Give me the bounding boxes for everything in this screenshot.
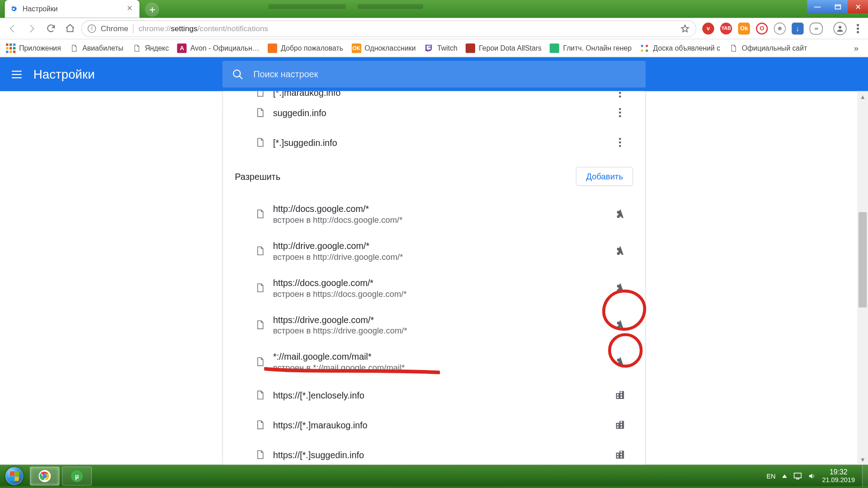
site-url: [*.]maraukog.info bbox=[273, 91, 607, 98]
scroll-up-icon[interactable]: ▲ bbox=[857, 91, 868, 102]
extension-puzzle-icon[interactable] bbox=[607, 245, 633, 257]
show-desktop-button[interactable] bbox=[862, 465, 868, 486]
file-icon bbox=[247, 209, 273, 220]
svg-point-18 bbox=[619, 145, 621, 147]
ext-link-icon[interactable]: ∞ bbox=[810, 22, 823, 34]
window-controls: — bbox=[807, 0, 868, 13]
system-tray: EN 19:32 21.09.2019 bbox=[762, 468, 862, 483]
omnibox[interactable]: i Chrome chrome://settings/content/notif… bbox=[81, 20, 696, 37]
allowed-site-row: https://[*.]suggedin.info bbox=[223, 440, 645, 465]
bookmark-item[interactable]: Добро пожаловать bbox=[268, 43, 343, 53]
site-embed-note: встроен в *://mail.google.com/mail* bbox=[273, 362, 607, 372]
nav-forward-button[interactable] bbox=[24, 20, 39, 36]
bookmark-label: Глитч. Онлайн генер bbox=[563, 44, 632, 52]
profile-avatar-button[interactable] bbox=[834, 22, 847, 35]
bookmark-item[interactable]: Герои Dota AllStars bbox=[466, 43, 542, 53]
bookmark-label: Одноклассники bbox=[365, 44, 416, 52]
ext-yab-icon[interactable]: YAB bbox=[720, 22, 732, 34]
search-icon bbox=[232, 68, 244, 80]
nav-home-button[interactable] bbox=[62, 20, 77, 36]
apps-grid-icon bbox=[6, 43, 15, 53]
organization-building-icon[interactable] bbox=[607, 419, 633, 431]
ext-vk-icon[interactable]: v bbox=[702, 22, 714, 34]
svg-point-13 bbox=[619, 108, 621, 110]
bookmark-item[interactable]: AAvon - Официальн… bbox=[177, 43, 259, 53]
taskbar-utorrent-button[interactable]: µ bbox=[62, 466, 92, 485]
bookmark-label: Яндекс bbox=[145, 44, 169, 52]
bookmark-item[interactable]: Яндекс bbox=[132, 43, 169, 53]
allowed-site-row: https://[*.]maraukog.info bbox=[223, 410, 645, 440]
apps-shortcut[interactable]: Приложения bbox=[6, 43, 61, 53]
extension-puzzle-icon[interactable] bbox=[607, 356, 633, 367]
svg-point-6 bbox=[646, 44, 648, 47]
bookmark-item[interactable]: Twitch bbox=[424, 43, 458, 53]
allowed-site-row: https://[*.]enclosely.info bbox=[223, 380, 645, 410]
site-embed-note: встроен в http://docs.google.com/* bbox=[273, 215, 607, 224]
chrome-menu-button[interactable] bbox=[853, 23, 863, 34]
organization-building-icon[interactable] bbox=[607, 449, 633, 460]
row-menu-button[interactable] bbox=[607, 91, 633, 98]
start-button[interactable] bbox=[0, 465, 28, 486]
bookmark-label: Авиабилеты bbox=[82, 44, 123, 52]
extension-puzzle-icon[interactable] bbox=[607, 319, 633, 331]
ext-ok-icon[interactable]: Ok bbox=[738, 22, 750, 34]
ext-opera-icon[interactable]: O bbox=[756, 22, 768, 34]
svg-point-14 bbox=[619, 112, 621, 114]
bookmark-label: Twitch bbox=[437, 44, 458, 52]
allowed-site-row: https://docs.google.com/*встроен в https… bbox=[223, 269, 645, 306]
page-scrollbar-thumb[interactable] bbox=[859, 212, 867, 307]
settings-search[interactable]: Поиск настроек bbox=[222, 61, 646, 88]
settings-page: Настройки Поиск настроек [*.]maraukog.in… bbox=[0, 57, 868, 465]
site-url: http://drive.google.com/* bbox=[273, 240, 607, 250]
svg-point-7 bbox=[641, 49, 643, 52]
ext-assistant-icon[interactable]: ☻ bbox=[774, 22, 786, 34]
window-close-button[interactable] bbox=[848, 0, 868, 13]
allowed-site-row: http://drive.google.com/*встроен в http:… bbox=[223, 232, 645, 269]
browser-titlebar: Настройки — bbox=[0, 0, 868, 18]
tray-show-hidden-icon[interactable] bbox=[782, 473, 788, 479]
file-icon bbox=[247, 357, 273, 367]
row-menu-button[interactable] bbox=[607, 108, 633, 117]
ext-download-icon[interactable]: ↓ bbox=[792, 22, 803, 34]
scroll-down-icon[interactable]: ▼ bbox=[857, 454, 868, 465]
bookmark-label: Доска объявлений с bbox=[653, 44, 721, 52]
window-minimize-button[interactable]: — bbox=[807, 0, 828, 13]
file-icon bbox=[247, 319, 273, 330]
settings-header: Настройки Поиск настроек bbox=[0, 57, 868, 91]
bookmark-item[interactable]: Доска объявлений с bbox=[640, 43, 721, 53]
site-url: https://drive.google.com/* bbox=[273, 314, 607, 324]
extension-icons: v YAB Ok O ☻ ↓ ∞ bbox=[700, 22, 825, 34]
organization-building-icon[interactable] bbox=[607, 389, 633, 401]
bookmark-item[interactable]: Глитч. Онлайн генер bbox=[550, 43, 632, 53]
hamburger-menu-button[interactable] bbox=[0, 68, 33, 81]
svg-point-8 bbox=[646, 49, 648, 52]
bookmark-star-icon[interactable] bbox=[680, 23, 690, 33]
tray-volume-icon[interactable] bbox=[808, 472, 816, 480]
new-tab-button[interactable] bbox=[145, 2, 159, 17]
taskbar-chrome-button[interactable] bbox=[30, 466, 60, 485]
tray-language[interactable]: EN bbox=[766, 472, 775, 479]
bookmark-item[interactable]: OKОдноклассники bbox=[351, 43, 415, 53]
extension-puzzle-icon[interactable] bbox=[607, 282, 633, 294]
svg-point-4 bbox=[857, 31, 859, 33]
close-tab-icon[interactable] bbox=[127, 5, 135, 13]
site-embed-note: встроен в http://drive.google.com/* bbox=[273, 252, 607, 261]
allow-section-header: РазрешитьДобавить bbox=[223, 157, 645, 195]
svg-text:µ: µ bbox=[75, 472, 79, 479]
site-info-icon[interactable]: i bbox=[88, 24, 96, 32]
svg-point-9 bbox=[233, 70, 240, 76]
add-site-button[interactable]: Добавить bbox=[576, 167, 633, 186]
tray-clock[interactable]: 19:32 21.09.2019 bbox=[822, 468, 857, 483]
bookmarks-overflow-button[interactable]: » bbox=[854, 43, 862, 53]
row-menu-button[interactable] bbox=[607, 138, 633, 147]
bookmark-item[interactable]: Официальный сайт bbox=[729, 43, 807, 53]
nav-back-button[interactable] bbox=[5, 20, 20, 36]
bookmark-item[interactable]: Авиабилеты bbox=[69, 43, 123, 53]
extension-puzzle-icon[interactable] bbox=[607, 208, 633, 220]
site-url: https://[*.]enclosely.info bbox=[273, 390, 607, 400]
window-maximize-button[interactable] bbox=[827, 0, 848, 13]
nav-reload-button[interactable] bbox=[43, 20, 58, 36]
settings-scroll-region[interactable]: [*.]maraukog.infosuggedin.info[*.]sugged… bbox=[0, 91, 857, 465]
tray-action-center-icon[interactable] bbox=[793, 472, 802, 479]
browser-tab[interactable]: Настройки bbox=[5, 0, 140, 18]
